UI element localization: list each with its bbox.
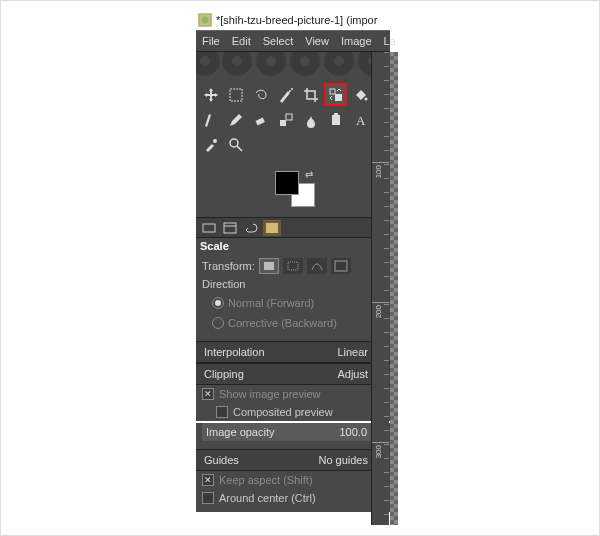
- svg-rect-21: [335, 261, 347, 271]
- vertical-ruler: 100 200 300: [371, 52, 389, 525]
- interpolation-section[interactable]: Interpolation Linear: [196, 341, 390, 363]
- foreground-color-swatch[interactable]: [275, 171, 299, 195]
- transform-mode-path[interactable]: [307, 258, 327, 274]
- menubar: File Edit Select View Image La: [196, 30, 390, 52]
- text-tool[interactable]: A: [350, 109, 371, 130]
- toolbox: A: [196, 82, 390, 163]
- pencil-tool[interactable]: [225, 109, 246, 130]
- swap-colors-icon[interactable]: ⇄: [305, 169, 313, 180]
- bucket-fill-tool[interactable]: [350, 84, 371, 105]
- guides-section[interactable]: Guides No guides: [196, 449, 390, 471]
- show-preview-label: Show image preview: [219, 388, 321, 400]
- svg-rect-2: [230, 89, 242, 101]
- transform-mode-layer[interactable]: [259, 258, 279, 274]
- svg-point-4: [291, 88, 293, 90]
- decorative-band: [196, 52, 390, 82]
- window-title-bar: *[shih-tzu-breed-picture-1] (impor: [196, 10, 390, 30]
- svg-rect-5: [335, 94, 342, 101]
- rect-select-tool[interactable]: [225, 84, 246, 105]
- svg-rect-11: [332, 115, 340, 125]
- clone-tool[interactable]: [275, 109, 296, 130]
- smudge-tool[interactable]: [300, 109, 321, 130]
- interpolation-value: Linear: [337, 346, 368, 358]
- svg-point-14: [213, 139, 217, 143]
- svg-rect-10: [286, 114, 292, 120]
- ruler-tick-200: 200: [374, 305, 383, 318]
- svg-rect-16: [203, 224, 215, 232]
- tab-device-status[interactable]: [221, 220, 239, 236]
- window-title: *[shih-tzu-breed-picture-1] (impor: [216, 14, 377, 26]
- tool-options-title: Scale: [196, 237, 390, 254]
- svg-rect-8: [255, 117, 264, 125]
- free-select-tool[interactable]: [250, 84, 271, 105]
- menu-select[interactable]: Select: [263, 35, 294, 47]
- svg-rect-17: [224, 223, 236, 233]
- crop-tool[interactable]: [300, 84, 321, 105]
- svg-text:A: A: [356, 113, 366, 128]
- svg-rect-19: [264, 262, 274, 270]
- around-center-label: Around center (Ctrl): [219, 492, 316, 504]
- svg-rect-18: [266, 223, 278, 233]
- menu-image[interactable]: Image: [341, 35, 372, 47]
- image-opacity-slider[interactable]: Image opacity 100.0 ▲▼: [202, 423, 384, 441]
- color-swatch-area: ⇄: [196, 163, 390, 217]
- svg-point-7: [364, 97, 367, 100]
- svg-rect-12: [334, 113, 338, 116]
- guides-value: No guides: [318, 454, 368, 466]
- svg-rect-20: [288, 262, 298, 270]
- ruler-tick-100: 100: [374, 165, 383, 178]
- app-icon: [198, 13, 212, 27]
- color-picker-tool[interactable]: [200, 134, 221, 155]
- dock-tabs: [196, 217, 390, 237]
- transform-label: Transform:: [202, 260, 255, 272]
- paths-tool[interactable]: [325, 109, 346, 130]
- direction-normal-radio[interactable]: [212, 297, 224, 309]
- zoom-tool[interactable]: [225, 134, 246, 155]
- menu-view[interactable]: View: [305, 35, 329, 47]
- gradient-tool[interactable]: [200, 109, 221, 130]
- keep-aspect-label: Keep aspect (Shift): [219, 474, 313, 486]
- svg-point-15: [230, 139, 238, 147]
- canvas-transparency: [390, 52, 398, 525]
- menu-file[interactable]: File: [202, 35, 220, 47]
- clipping-section[interactable]: Clipping Adjust: [196, 363, 390, 385]
- svg-point-3: [289, 90, 291, 92]
- clipping-label: Clipping: [204, 368, 244, 380]
- menu-layer[interactable]: La: [384, 35, 396, 47]
- ruler-tick-300: 300: [374, 445, 383, 458]
- transform-mode-selection[interactable]: [283, 258, 303, 274]
- unified-transform-tool[interactable]: [325, 84, 346, 105]
- direction-corrective-label: Corrective (Backward): [228, 317, 337, 329]
- interpolation-label: Interpolation: [204, 346, 265, 358]
- eraser-tool[interactable]: [250, 109, 271, 130]
- around-center-checkbox[interactable]: [202, 492, 214, 504]
- tab-images[interactable]: [263, 220, 281, 236]
- svg-rect-9: [280, 120, 286, 126]
- direction-normal-label: Normal (Forward): [228, 297, 314, 309]
- image-opacity-label: Image opacity: [206, 426, 339, 438]
- svg-rect-6: [330, 89, 335, 94]
- transform-mode-image[interactable]: [331, 258, 351, 274]
- image-opacity-value: 100.0: [339, 426, 367, 438]
- guides-label: Guides: [204, 454, 239, 466]
- svg-point-1: [202, 17, 209, 24]
- tab-tool-options[interactable]: [200, 220, 218, 236]
- move-tool[interactable]: [200, 84, 221, 105]
- menu-edit[interactable]: Edit: [232, 35, 251, 47]
- show-preview-checkbox[interactable]: [202, 388, 214, 400]
- direction-corrective-radio[interactable]: [212, 317, 224, 329]
- keep-aspect-checkbox[interactable]: [202, 474, 214, 486]
- composited-preview-checkbox[interactable]: [216, 406, 228, 418]
- clipping-value: Adjust: [337, 368, 368, 380]
- direction-label: Direction: [202, 278, 384, 290]
- composited-preview-label: Composited preview: [233, 406, 333, 418]
- tab-undo-history[interactable]: [242, 220, 260, 236]
- fuzzy-select-tool[interactable]: [275, 84, 296, 105]
